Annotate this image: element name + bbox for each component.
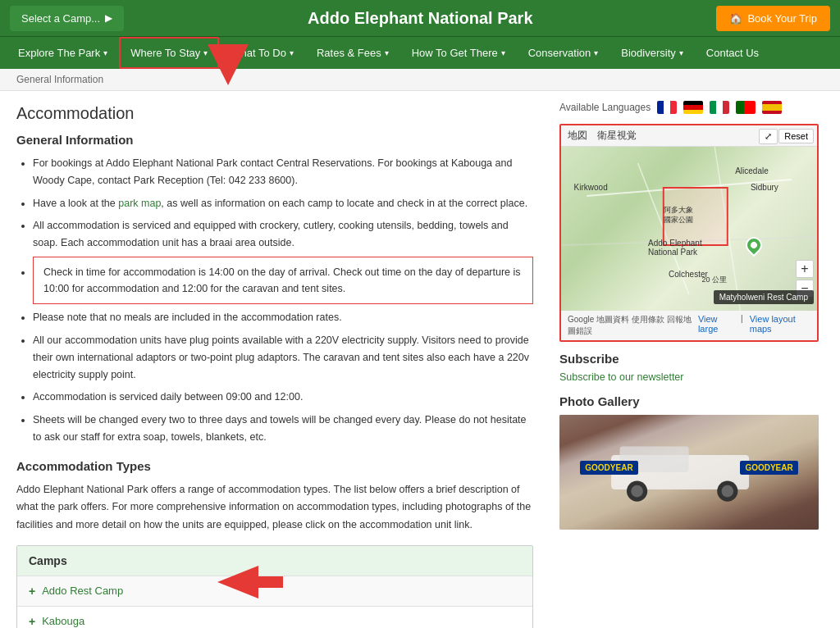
nav-item-conservation[interactable]: Conservation ▾ [517, 37, 610, 69]
general-info-list: For bookings at Addo Elephant National P… [16, 155, 533, 446]
map-expand-button[interactable]: ⤢ [759, 129, 778, 144]
nav-item-how-to-get-there[interactable]: How To Get There ▾ [400, 37, 517, 69]
list-item: Have a look at the park map, as well as … [33, 195, 533, 212]
available-languages-label: Available Languages [559, 102, 651, 113]
list-item: Check in time for accommodation is 14:00… [33, 257, 533, 304]
expand-icon: + [29, 585, 35, 598]
nav-item-explore[interactable]: Explore The Park ▾ [7, 37, 119, 69]
booking-icon: 🏠 [729, 12, 742, 25]
map-toolbar: 地図 衛星視覚 ⤢ Reset [561, 125, 817, 147]
svg-point-13 [722, 485, 734, 498]
nav-item-what-to-do[interactable]: What To Do ▾ [219, 37, 305, 69]
chevron-down-icon: ▾ [385, 48, 389, 57]
view-large-link[interactable]: View large [698, 314, 734, 337]
nav-item-contact-us[interactable]: Contact Us [695, 37, 770, 69]
general-info-title: General Information [16, 133, 533, 147]
gallery-title: Photo Gallery [559, 394, 819, 408]
flag-fr[interactable] [657, 101, 677, 114]
select-camp-button[interactable]: Select a Camp... ▶ [10, 6, 124, 31]
camps-header: Camps [17, 546, 532, 576]
list-item: Sheets will be changed every two to thre… [33, 412, 533, 447]
subscribe-section: Subscribe Subscribe to our newsletter [559, 352, 819, 383]
camps-wrapper: Camps + Addo Rest Camp + Kabouga + Luxur… [16, 545, 533, 628]
accom-types-intro: Addo Elephant National Park offers a ran… [16, 481, 533, 534]
chevron-down-icon: ▾ [103, 48, 107, 57]
map-view-map[interactable]: 地図 [568, 129, 587, 143]
book-your-trip-button[interactable]: 🏠 Book Your Trip [716, 6, 830, 31]
map-view-satellite[interactable]: 衛星視覚 [597, 129, 637, 143]
subscribe-title: Subscribe [559, 352, 819, 366]
camp-item-kabouga[interactable]: + Kabouga [17, 606, 532, 628]
map-placeholder: Kirkwood Alicedale Sidbury 阿多大象國家公園 Addo… [561, 147, 817, 311]
checkin-highlight-box: Check in time for accommodation is 14:00… [33, 257, 533, 304]
site-title: Addo Elephant National Park [124, 9, 716, 28]
list-item: All accommodation is serviced and equipp… [33, 217, 533, 253]
top-bar: Select a Camp... ▶ Addo Elephant Nationa… [0, 0, 840, 36]
flag-es[interactable] [762, 101, 782, 114]
breadcrumb: General Information [0, 69, 840, 91]
park-map-link[interactable]: park map [118, 198, 161, 209]
map-label-sidbury: Sidbury [751, 183, 778, 192]
flag-it[interactable] [710, 101, 729, 114]
google-attribution: Google 地圖資料 使用條款 回報地圖錯誤 [568, 314, 698, 337]
view-layout-maps-link[interactable]: View layout maps [750, 314, 810, 337]
map-label-alicedale: Alicedale [735, 166, 769, 175]
nav-item-where-to-stay[interactable]: Where To Stay ▾ [119, 37, 219, 69]
chevron-down-icon: ▾ [594, 48, 598, 57]
accom-types-title: Accommodation Types [16, 459, 533, 473]
chevron-down-icon: ▾ [290, 48, 294, 57]
svg-point-11 [632, 485, 644, 498]
dropdown-arrow-icon: ▶ [105, 12, 112, 24]
chevron-down-icon: ▾ [679, 48, 683, 57]
main-layout: Accommodation General Information For bo… [0, 91, 840, 628]
chevron-down-icon: ▾ [203, 48, 208, 57]
map-toolbar-left: 地図 衛星視覚 [568, 129, 637, 143]
map-zoom-in-button[interactable]: + [796, 260, 814, 278]
page-title: Accommodation [16, 104, 533, 123]
content-area: Accommodation General Information For bo… [0, 91, 550, 628]
map-tooltip: Matyholweni Rest Camp [714, 290, 814, 304]
map-scale: 20 公里 [702, 275, 728, 285]
nav-item-rates-fees[interactable]: Rates & Fees ▾ [305, 37, 400, 69]
map-label-park: 阿多大象國家公園 [664, 206, 693, 225]
map-footer: Google 地圖資料 使用條款 回報地圖錯誤 View large | Vie… [561, 311, 817, 340]
list-item: All our accommodation units have plug po… [33, 332, 533, 385]
goodyear-logo-left: GOODYEAR [580, 461, 637, 475]
map-container: 地図 衛星視覚 ⤢ Reset [559, 124, 819, 342]
flag-de[interactable] [683, 101, 703, 114]
list-item: For bookings at Addo Elephant National P… [33, 155, 533, 190]
subscribe-newsletter-link[interactable]: Subscribe to our newsletter [559, 371, 683, 383]
sidebar: Available Languages 地図 衛星視覚 ⤢ Reset [550, 91, 829, 628]
nav-item-biodiversity[interactable]: Biodiversity ▾ [609, 37, 694, 69]
flag-pt[interactable] [736, 101, 756, 114]
chevron-down-icon: ▾ [501, 48, 505, 57]
general-info-section: General Information For bookings at Addo… [16, 133, 533, 446]
list-item: Accommodation is serviced daily between … [33, 389, 533, 406]
goodyear-logo-right: GOODYEAR [740, 461, 797, 475]
camps-section: Camps + Addo Rest Camp + Kabouga + Luxur… [16, 545, 533, 628]
list-item: Please note that no meals are included i… [33, 309, 533, 326]
languages-bar: Available Languages [559, 101, 819, 114]
gallery-image[interactable]: GOODYEAR GOODYEAR [559, 415, 819, 530]
map-background: Kirkwood Alicedale Sidbury 阿多大象國家公園 Addo… [561, 147, 817, 311]
camp-item-addo-rest[interactable]: + Addo Rest Camp [17, 576, 532, 606]
nav-bar: Explore The Park ▾ Where To Stay ▾ What … [0, 36, 840, 69]
map-label-addo-national-park: Addo ElephantNational Park [648, 239, 702, 257]
map-roads-svg [561, 147, 817, 311]
map-links: View large | View layout maps [698, 314, 810, 337]
gallery-section: Photo Gallery GOODYEAR GOODYEAR [559, 394, 819, 530]
map-label-kirkwood: Kirkwood [574, 183, 608, 192]
map-reset-button[interactable]: Reset [778, 129, 814, 143]
expand-icon: + [29, 615, 35, 628]
